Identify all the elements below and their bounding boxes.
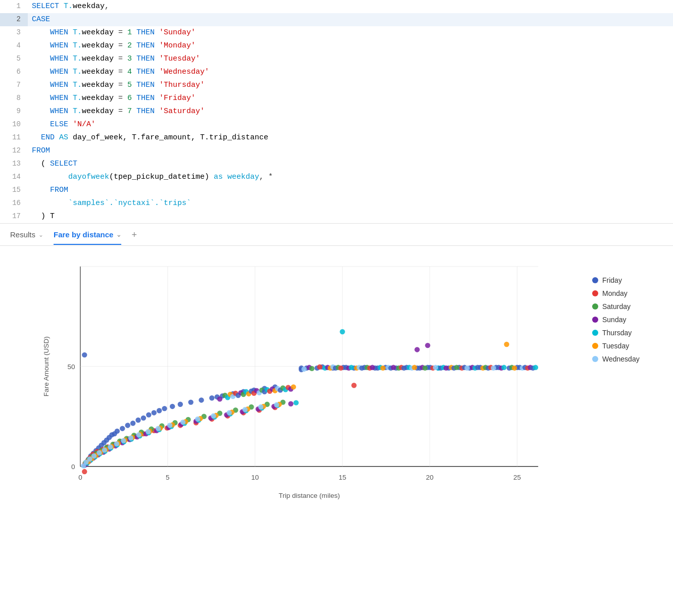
line-number-5: 5	[0, 53, 28, 66]
legend-item-friday: Friday	[592, 276, 663, 284]
svg-point-298	[512, 366, 517, 371]
svg-text:15: 15	[339, 474, 346, 481]
line-content-14: dayofweek(tpep_pickup_datetime) as weekd…	[28, 171, 673, 184]
line-content-5: WHEN T.weekday = 3 THEN 'Tuesday'	[28, 53, 673, 66]
line-content-2: CASE	[28, 13, 673, 26]
legend-label-monday: Monday	[602, 289, 628, 297]
line-number-2: 2	[0, 13, 28, 26]
line-content-1: SELECT T.weekday,	[28, 0, 673, 13]
chart-area: 0 50 0 5 10 15 20 25 Fare Amount (USD) T…	[0, 246, 673, 519]
tab-results-label: Results	[10, 230, 35, 239]
svg-point-188	[87, 456, 92, 461]
svg-point-201	[195, 417, 200, 422]
svg-point-204	[243, 407, 248, 412]
svg-point-43	[170, 404, 175, 409]
svg-point-162	[294, 400, 299, 405]
svg-point-39	[146, 412, 151, 417]
line-number-10: 10	[0, 118, 28, 131]
svg-point-97	[82, 469, 87, 474]
legend-dot-tuesday	[592, 343, 598, 349]
svg-point-281	[454, 365, 459, 370]
legend-dot-sunday	[592, 317, 598, 323]
svg-point-163	[340, 329, 345, 334]
legend-dot-saturday	[592, 303, 598, 310]
line-content-13: ( SELECT	[28, 158, 673, 171]
legend-label-thursday: Thursday	[602, 329, 632, 337]
legend-item-sunday: Sunday	[592, 316, 663, 324]
line-number-15: 15	[0, 184, 28, 197]
tab-fare-label: Fare by distance	[54, 230, 113, 239]
svg-point-251	[349, 365, 354, 370]
line-number-1: 1	[0, 0, 28, 13]
svg-point-42	[162, 406, 167, 411]
svg-point-40	[152, 410, 157, 415]
legend-item-saturday: Saturday	[592, 302, 663, 311]
line-number-11: 11	[0, 131, 28, 144]
line-number-13: 13	[0, 158, 28, 171]
line-content-10: ELSE 'N/A'	[28, 118, 673, 131]
svg-point-189	[91, 453, 97, 458]
svg-text:Trip distance (miles): Trip distance (miles)	[278, 492, 340, 499]
svg-point-200	[180, 420, 185, 425]
line-number-12: 12	[0, 144, 28, 158]
legend-label-sunday: Sunday	[602, 316, 626, 324]
line-content-4: WHEN T.weekday = 2 THEN 'Monday'	[28, 39, 673, 53]
line-content-12: FROM	[28, 144, 673, 158]
svg-point-139	[288, 401, 293, 406]
tab-results[interactable]: Results ⌄	[10, 230, 43, 245]
svg-point-235	[291, 384, 296, 389]
svg-point-36	[130, 421, 135, 426]
tab-add-button[interactable]: +	[131, 230, 137, 245]
svg-point-191	[102, 447, 107, 452]
svg-point-190	[97, 450, 102, 455]
svg-point-141	[425, 343, 430, 348]
line-content-7: WHEN T.weekday = 5 THEN 'Thursday'	[28, 79, 673, 92]
line-number-8: 8	[0, 92, 28, 105]
svg-point-34	[120, 426, 125, 431]
svg-point-260	[380, 366, 386, 371]
legend-item-monday: Monday	[592, 289, 663, 297]
svg-point-74	[82, 352, 87, 357]
legend-dot-thursday	[592, 330, 598, 336]
svg-point-292	[491, 366, 496, 371]
chevron-down-icon-2: ⌄	[116, 231, 121, 238]
legend-label-saturday: Saturday	[602, 302, 631, 311]
svg-point-203	[227, 410, 232, 415]
svg-point-275	[433, 365, 438, 370]
svg-point-197	[146, 429, 151, 434]
legend-label-wednesday: Wednesday	[602, 355, 640, 363]
svg-point-278	[444, 366, 449, 371]
svg-point-195	[128, 435, 133, 440]
legend-label-friday: Friday	[602, 276, 622, 284]
svg-point-41	[157, 408, 162, 413]
line-content-16: `samples`.`nyctaxi`.`trips`	[28, 197, 673, 210]
tab-fare-by-distance[interactable]: Fare by distance ⌄	[54, 230, 121, 245]
svg-point-194	[121, 438, 126, 443]
legend-item-wednesday: Wednesday	[592, 355, 663, 363]
svg-point-263	[391, 365, 396, 370]
line-number-17: 17	[0, 210, 28, 223]
svg-point-38	[141, 416, 146, 421]
line-content-3: WHEN T.weekday = 1 THEN 'Sunday'	[28, 26, 673, 39]
svg-text:0: 0	[71, 463, 75, 471]
tabs-bar: Results ⌄ Fare by distance ⌄ +	[0, 224, 673, 246]
legend-item-tuesday: Tuesday	[592, 342, 663, 350]
svg-text:50: 50	[67, 363, 75, 371]
svg-point-193	[114, 441, 119, 446]
svg-point-266	[401, 366, 406, 371]
line-content-9: WHEN T.weekday = 7 THEN 'Saturday'	[28, 105, 673, 118]
legend-item-thursday: Thursday	[592, 329, 663, 337]
line-content-8: WHEN T.weekday = 6 THEN 'Friday'	[28, 92, 673, 105]
svg-point-37	[135, 418, 140, 423]
svg-text:25: 25	[513, 474, 521, 481]
svg-point-284	[464, 366, 469, 371]
svg-point-208	[217, 396, 222, 401]
line-number-14: 14	[0, 171, 28, 184]
line-number-9: 9	[0, 105, 28, 118]
line-number-4: 4	[0, 39, 28, 53]
svg-point-287	[475, 365, 480, 370]
code-editor: 1SELECT T.weekday,2CASE3 WHEN T.weekday …	[0, 0, 673, 224]
svg-point-305	[533, 365, 538, 370]
legend-dot-friday	[592, 277, 598, 283]
chevron-down-icon: ⌄	[38, 231, 43, 238]
